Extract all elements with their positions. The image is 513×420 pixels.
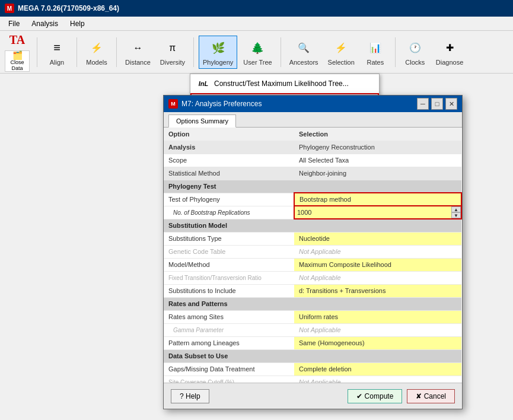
phylogeny-label: Phylogeny xyxy=(203,59,233,66)
dialog-close-button[interactable]: ✕ xyxy=(445,98,457,110)
phylogeny-icon: 🌿 xyxy=(209,39,228,58)
row-scope-value[interactable]: All Selected Taxa xyxy=(294,154,461,167)
row-pattern-value[interactable]: Same (Homogeneous) xyxy=(294,336,461,349)
clocks-label: Clocks xyxy=(405,59,425,66)
col-option: Option xyxy=(164,128,294,141)
tab-options-summary[interactable]: Options Summary xyxy=(168,114,236,128)
dialog-icon: M xyxy=(168,99,178,109)
toolbar-ancestors[interactable]: 🔍 Ancestors xyxy=(286,36,322,68)
row-statmethod-value[interactable]: Neighbor-joining xyxy=(294,167,461,180)
table-row: Substitutions to Include d: Transitions … xyxy=(164,284,461,297)
usertree-label: User Tree xyxy=(243,59,272,66)
row-subinclude-value[interactable]: d: Transitions + Transversions xyxy=(294,284,461,297)
toolbar-diversity[interactable]: π Diversity xyxy=(157,36,189,68)
row-rates-label: Rates among Sites xyxy=(164,310,294,323)
ancestors-label: Ancestors xyxy=(289,59,318,66)
cancel-button[interactable]: ✘ Cancel xyxy=(407,389,455,403)
row-bootstrap-label: No. of Bootstrap Replications xyxy=(164,206,294,219)
row-gencode-value: Not Applicable xyxy=(294,245,461,258)
table-section-header: Data Subset to Use xyxy=(164,349,461,362)
table-column-header: Option Selection xyxy=(164,128,461,141)
toolbar-usertree[interactable]: 🌲 User Tree xyxy=(240,36,275,68)
dialog-title-bar: M M7: Analysis Preferences ─ □ ✕ xyxy=(164,96,462,112)
menu-bar: File Analysis Help xyxy=(0,17,513,31)
row-gamma-label: Gamma Parameter xyxy=(164,323,294,336)
menu-help[interactable]: Help xyxy=(64,18,91,29)
dialog-tabs: Options Summary xyxy=(164,112,462,128)
app-title: MEGA 7.0.26(7170509-x86_64) xyxy=(18,4,119,12)
row-subtype-label: Substitutions Type xyxy=(164,232,294,245)
toolbar-clocks[interactable]: 🕐 Clocks xyxy=(400,36,430,68)
dialog-footer: ? Help ✔ Compute ✘ Cancel xyxy=(164,383,462,409)
spinbox-up-button[interactable]: ▲ xyxy=(451,206,461,212)
row-testphylogeny-label: Test of Phylogeny xyxy=(164,193,294,206)
table-section-header: Rates and Patterns xyxy=(164,297,461,310)
distance-label: Distance xyxy=(125,59,151,66)
diagnose-label: Diagnose xyxy=(436,59,463,66)
section-phylogeny-test: Phylogeny Test xyxy=(164,180,461,193)
dropdown-item-ml[interactable]: InL Construct/Test Maximum Likelihood Tr… xyxy=(190,74,379,93)
row-analysis-value[interactable]: Phylogeny Reconstruction xyxy=(294,141,461,154)
row-fixedtv-label: Fixed Transition/Transversion Ratio xyxy=(164,271,294,284)
toolbar-rates[interactable]: 📊 Rates xyxy=(361,36,390,68)
toolbar-sep-6 xyxy=(395,37,396,67)
selection-icon: ⚡ xyxy=(332,39,351,58)
toolbar-sep-3 xyxy=(116,37,117,67)
toolbar-models[interactable]: ⚡ Models xyxy=(82,36,111,68)
spinbox-controls: ▲ ▼ xyxy=(451,206,461,218)
main-toolbar: TA 🗂️ CloseData ≡ Align ⚡ Models ↔ Dista… xyxy=(0,31,513,74)
diversity-icon: π xyxy=(163,39,182,58)
section-rates-patterns: Rates and Patterns xyxy=(164,297,461,310)
row-model-label: Model/Method xyxy=(164,258,294,271)
row-subtype-value[interactable]: Nucleotide xyxy=(294,232,461,245)
models-icon: ⚡ xyxy=(87,39,106,58)
clocks-icon: 🕐 xyxy=(406,39,425,58)
table-row: Statistical Method Neighbor-joining xyxy=(164,167,461,180)
compute-button[interactable]: ✔ Compute xyxy=(348,389,402,403)
toolbar-selection[interactable]: ⚡ Selection xyxy=(324,36,358,68)
rates-label: Rates xyxy=(367,59,384,66)
toolbar-diagnose[interactable]: ✚ Diagnose xyxy=(432,36,467,68)
row-bootstrap-value[interactable]: 1000 ▲ ▼ xyxy=(294,206,461,219)
bootstrap-spinbox[interactable]: 1000 ▲ ▼ xyxy=(295,206,461,218)
row-rates-value[interactable]: Uniform rates xyxy=(294,310,461,323)
table-row: Pattern among Lineages Same (Homogeneous… xyxy=(164,336,461,349)
preferences-table: Option Selection Analysis Phylogeny Reco… xyxy=(164,128,462,387)
menu-analysis[interactable]: Analysis xyxy=(26,18,64,29)
table-section-header: Phylogeny Test xyxy=(164,180,461,193)
toolbar-ta-button[interactable]: TA xyxy=(5,33,30,49)
dialog-title: M7: Analysis Preferences xyxy=(181,100,262,108)
table-row: No. of Bootstrap Replications 1000 ▲ ▼ xyxy=(164,206,461,219)
row-subinclude-label: Substitutions to Include xyxy=(164,284,294,297)
ml-icon: InL xyxy=(197,78,209,90)
table-row: Substitutions Type Nucleotide xyxy=(164,232,461,245)
menu-file[interactable]: File xyxy=(2,18,26,29)
table-row: Rates among Sites Uniform rates xyxy=(164,310,461,323)
toolbar-align[interactable]: ≡ Align xyxy=(42,36,72,68)
row-pattern-label: Pattern among Lineages xyxy=(164,336,294,349)
table-section-header: Substitution Model xyxy=(164,219,461,232)
row-fixedtv-value: Not Applicable xyxy=(294,271,461,284)
toolbar-close-data[interactable]: 🗂️ CloseData xyxy=(5,50,30,72)
toolbar-phylogeny[interactable]: 🌿 Phylogeny xyxy=(199,36,237,69)
dialog-maximize-button[interactable]: □ xyxy=(431,98,443,110)
toolbar-sep-5 xyxy=(281,37,281,67)
spinbox-down-button[interactable]: ▼ xyxy=(451,212,461,218)
usertree-icon: 🌲 xyxy=(248,39,267,58)
row-scope-label: Scope xyxy=(164,154,294,167)
help-button[interactable]: ? Help xyxy=(171,389,209,403)
row-gamma-value: Not Applicable xyxy=(294,323,461,336)
row-gaps-value[interactable]: Complete deletion xyxy=(294,362,461,376)
app-icon: M xyxy=(5,4,14,13)
ta-icon: TA xyxy=(9,34,25,46)
dialog-minimize-button[interactable]: ─ xyxy=(417,98,429,110)
toolbar-sep-2 xyxy=(77,37,77,67)
table-row: Gaps/Missing Data Treatment Complete del… xyxy=(164,362,461,376)
row-testphylogeny-value[interactable]: Bootstrap method xyxy=(294,193,461,206)
close-data-label: CloseData xyxy=(10,60,24,72)
toolbar-distance[interactable]: ↔ Distance xyxy=(122,36,154,68)
row-analysis-label: Analysis xyxy=(164,141,294,154)
align-label: Align xyxy=(50,59,64,66)
rates-icon: 📊 xyxy=(366,39,385,58)
row-model-value[interactable]: Maximum Composite Likelihood xyxy=(294,258,461,271)
